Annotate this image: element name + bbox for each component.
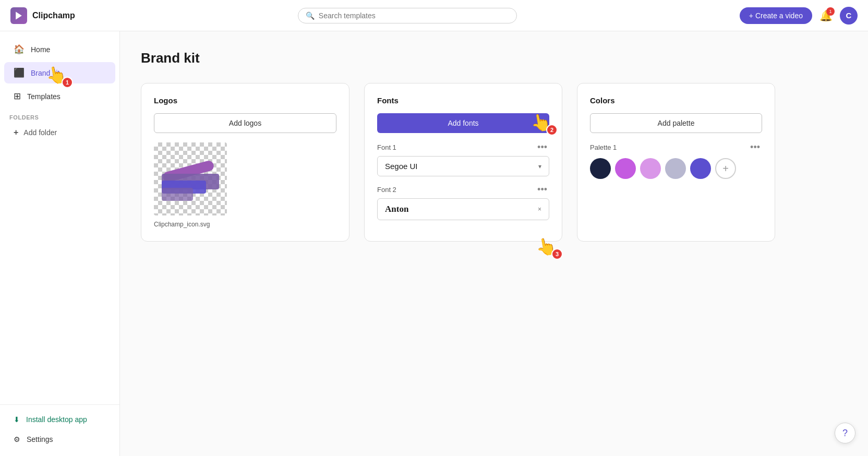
topbar-right: + Create a video 🔔 1 C xyxy=(740,7,858,25)
brand-kit-icon: ⬛ xyxy=(14,67,25,78)
add-folder-label: Add folder xyxy=(23,128,57,137)
notification-badge: 1 xyxy=(826,7,835,16)
plus-icon: + xyxy=(14,128,18,137)
search-icon: 🔍 xyxy=(306,11,315,20)
svg-rect-4 xyxy=(162,188,193,201)
palette1-header: Palette 1 ••• xyxy=(590,142,762,152)
search-input[interactable] xyxy=(319,11,509,20)
cursor-annotation-3: 👆 3 xyxy=(536,237,557,257)
sidebar: 🏠 Home ⬛ Brand kit 👆 1 ⊞ Templates FOLDE… xyxy=(0,31,120,456)
color-swatch-4[interactable] xyxy=(665,158,686,179)
add-folder-item[interactable]: + Add folder xyxy=(4,124,115,141)
topbar: Clipchamp 🔍 + Create a video 🔔 1 C xyxy=(0,0,868,31)
add-palette-button[interactable]: Add palette xyxy=(590,113,762,133)
color-swatch-3[interactable] xyxy=(640,158,661,179)
logo-svg xyxy=(159,150,222,208)
main-content: Brand kit Logos Add logos xyxy=(120,31,868,456)
font1-label: Font 1 xyxy=(377,143,396,151)
font2-select[interactable]: Anton × xyxy=(377,198,549,220)
create-video-button[interactable]: + Create a video xyxy=(740,7,812,24)
avatar[interactable]: C xyxy=(840,7,858,25)
folders-section-label: FOLDERS xyxy=(0,108,119,123)
sidebar-item-label-brand-kit: Brand kit xyxy=(31,69,59,77)
install-icon: ⬇ xyxy=(14,415,20,424)
color-swatch-2[interactable] xyxy=(615,158,636,179)
cards-row: Logos Add logos xyxy=(141,83,847,242)
sidebar-item-install[interactable]: ⬇ Install desktop app xyxy=(4,410,115,429)
palette1-more-button[interactable]: ••• xyxy=(748,142,762,152)
app-name: Clipchamp xyxy=(32,11,75,20)
color-circles: + xyxy=(590,158,762,179)
color-swatch-1[interactable] xyxy=(590,158,611,179)
templates-icon: ⊞ xyxy=(14,91,21,102)
sidebar-item-templates[interactable]: ⊞ Templates xyxy=(4,86,115,107)
logo-preview: Clipchamp_icon.svg xyxy=(154,142,336,228)
logos-card: Logos Add logos xyxy=(141,83,349,242)
chevron-down-icon: ▾ xyxy=(538,163,541,170)
sidebar-item-settings[interactable]: ⚙ Settings xyxy=(4,430,115,449)
add-logos-button[interactable]: Add logos xyxy=(154,113,336,133)
add-color-button[interactable]: + xyxy=(715,158,736,179)
svg-marker-0 xyxy=(16,11,22,19)
fonts-card: Fonts Add fonts 👆 2 Font 1 ••• Segoe UI … xyxy=(364,83,562,242)
font1-header: Font 1 ••• xyxy=(377,142,549,152)
font1-row: Font 1 ••• Segoe UI ▾ xyxy=(377,142,549,176)
settings-label: Settings xyxy=(27,435,53,443)
app-logo xyxy=(10,7,27,24)
topbar-left: Clipchamp xyxy=(10,7,75,24)
font2-row: Font 2 ••• Anton × xyxy=(377,185,549,220)
font1-value: Segoe UI xyxy=(385,162,418,171)
fonts-card-title: Fonts xyxy=(377,96,549,105)
app-body: 🏠 Home ⬛ Brand kit 👆 1 ⊞ Templates FOLDE… xyxy=(0,31,868,456)
sidebar-item-home[interactable]: 🏠 Home xyxy=(4,39,115,60)
cursor-hand-3: 👆 xyxy=(534,235,558,258)
sidebar-item-brand-kit[interactable]: ⬛ Brand kit 👆 1 xyxy=(4,62,115,83)
palette1-row: Palette 1 ••• + xyxy=(590,142,762,179)
add-fonts-button[interactable]: Add fonts xyxy=(377,113,549,133)
logos-card-title: Logos xyxy=(154,96,336,105)
home-icon: 🏠 xyxy=(14,44,25,55)
sidebar-item-label-templates: Templates xyxy=(27,92,61,101)
logo-thumbnail xyxy=(154,142,227,215)
colors-card-title: Colors xyxy=(590,96,762,105)
help-button[interactable]: ? xyxy=(835,423,855,443)
font2-value: Anton xyxy=(385,204,408,214)
font1-more-button[interactable]: ••• xyxy=(535,142,549,152)
install-label: Install desktop app xyxy=(26,415,87,424)
cursor-badge-3: 3 xyxy=(551,248,563,260)
logo-thumb-inner xyxy=(154,142,227,215)
font2-header: Font 2 ••• xyxy=(377,185,549,194)
page-title: Brand kit xyxy=(141,50,847,66)
chevron-down-icon-2: × xyxy=(538,206,541,213)
notifications-button[interactable]: 🔔 1 xyxy=(819,9,833,22)
font2-more-button[interactable]: ••• xyxy=(535,185,549,194)
sidebar-item-label-home: Home xyxy=(31,45,50,54)
search-bar[interactable]: 🔍 xyxy=(298,8,517,23)
palette1-label: Palette 1 xyxy=(590,143,617,151)
logo-filename: Clipchamp_icon.svg xyxy=(154,221,210,228)
font1-select[interactable]: Segoe UI ▾ xyxy=(377,156,549,176)
font2-label: Font 2 xyxy=(377,186,396,194)
sidebar-bottom: ⬇ Install desktop app ⚙ Settings xyxy=(0,404,119,450)
colors-card: Colors Add palette Palette 1 ••• + xyxy=(577,83,775,242)
settings-icon: ⚙ xyxy=(14,435,20,443)
color-swatch-5[interactable] xyxy=(690,158,711,179)
